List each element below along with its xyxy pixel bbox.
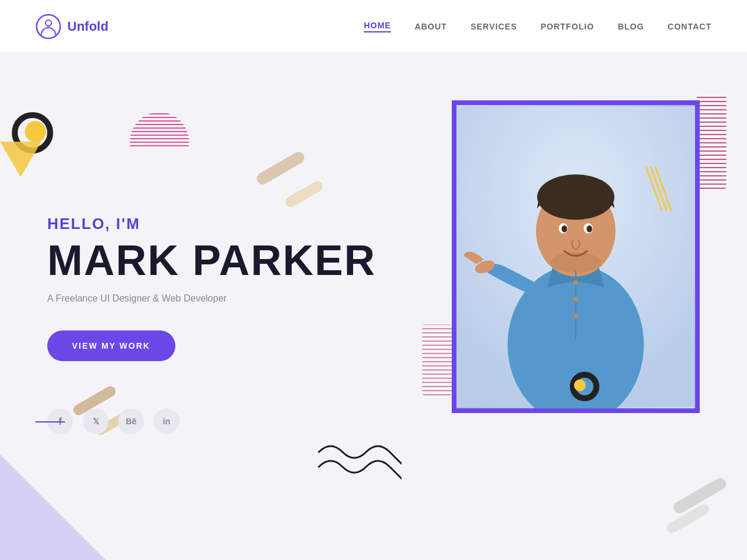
hero-section: HELLO, I'M MARK PARKER A Freelance UI De… bbox=[0, 53, 747, 560]
main-nav: HOME ABOUT SERVICES PORTFOLIO BLOG CONTA… bbox=[364, 21, 712, 32]
social-icons-group: f 𝕏 Bē in bbox=[47, 408, 411, 434]
circle-filled-right-decoration bbox=[574, 379, 586, 391]
frame-deco-bl bbox=[422, 325, 452, 395]
svg-point-15 bbox=[573, 297, 578, 302]
wave-decoration bbox=[313, 434, 402, 496]
hero-content: HELLO, I'M MARK PARKER A Freelance UI De… bbox=[0, 179, 411, 434]
circle-filled-left-decoration bbox=[25, 121, 46, 142]
man-illustration bbox=[456, 105, 695, 408]
linkedin-social-icon[interactable]: in bbox=[154, 408, 180, 434]
purple-triangle-bl-decoration bbox=[0, 454, 106, 560]
nav-services[interactable]: SERVICES bbox=[471, 22, 517, 31]
nav-blog[interactable]: BLOG bbox=[618, 22, 644, 31]
frame-deco-tr bbox=[697, 94, 726, 189]
nav-about[interactable]: ABOUT bbox=[415, 22, 447, 31]
hero-greeting: HELLO, I'M bbox=[47, 215, 411, 233]
behance-social-icon[interactable]: Bē bbox=[118, 408, 144, 434]
svg-point-11 bbox=[586, 225, 592, 232]
svg-point-2 bbox=[47, 25, 50, 28]
behance-icon: Bē bbox=[126, 417, 136, 426]
striped-semi-top-decoration bbox=[130, 112, 189, 148]
logo-icon bbox=[35, 14, 61, 40]
svg-point-16 bbox=[573, 314, 578, 319]
hero-frame bbox=[452, 100, 700, 413]
view-work-button[interactable]: VIEW MY WORK bbox=[47, 330, 175, 361]
nav-portfolio[interactable]: PORTFOLIO bbox=[540, 22, 594, 31]
hero-name: MARK PARKER bbox=[47, 239, 411, 281]
twitter-social-icon[interactable]: 𝕏 bbox=[83, 408, 109, 434]
nav-contact[interactable]: CONTACT bbox=[668, 22, 712, 31]
linkedin-icon: in bbox=[163, 417, 170, 426]
hero-subtitle: A Freelance UI Designer & Web Developer bbox=[47, 293, 411, 304]
logo-link[interactable]: Unfold bbox=[35, 14, 109, 40]
twitter-icon: 𝕏 bbox=[93, 417, 99, 426]
header: Unfold HOME ABOUT SERVICES PORTFOLIO BLO… bbox=[0, 0, 747, 53]
svg-point-10 bbox=[562, 225, 567, 232]
hero-photo bbox=[456, 105, 695, 408]
hero-image-area bbox=[452, 100, 700, 413]
triangle-tl-decoration bbox=[0, 142, 41, 177]
brand-name: Unfold bbox=[67, 19, 109, 34]
svg-point-14 bbox=[573, 280, 578, 284]
nav-home[interactable]: HOME bbox=[364, 21, 391, 32]
stripe-lines-right-decoration bbox=[653, 165, 664, 212]
side-line-decoration bbox=[35, 421, 65, 423]
